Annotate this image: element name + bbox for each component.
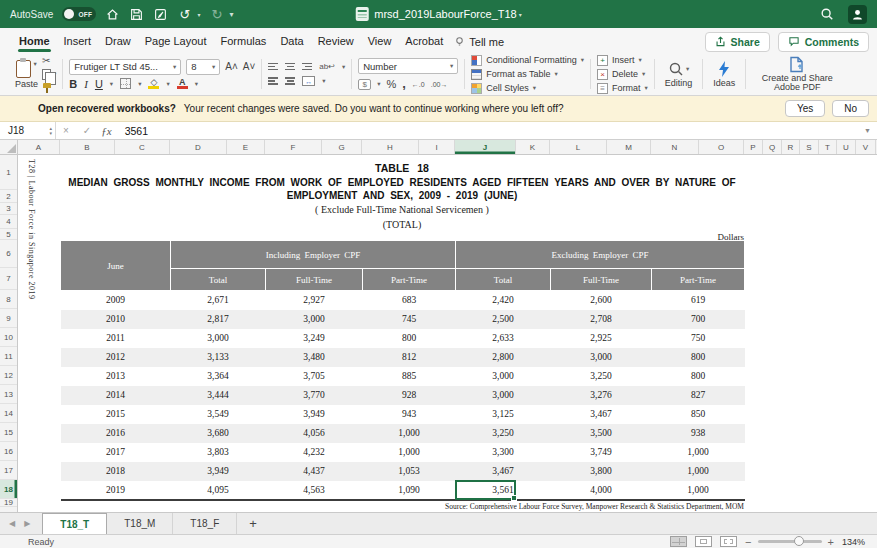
- cell-2018-col1[interactable]: 3,949: [171, 462, 266, 481]
- cell-year-2010[interactable]: 2010: [61, 310, 171, 329]
- cell-2009-col6[interactable]: 619: [652, 291, 745, 310]
- header-excluding-cpf[interactable]: Excluding Employer CPF: [456, 241, 745, 269]
- copy-button[interactable]: ▾: [42, 69, 56, 80]
- zoom-in-icon[interactable]: +: [828, 537, 834, 547]
- ribbon-tab-review[interactable]: Review: [311, 30, 361, 53]
- cell-2018-col4[interactable]: 3,467: [456, 462, 551, 481]
- ribbon-tab-acrobat[interactable]: Acrobat: [398, 30, 450, 53]
- add-sheet-button[interactable]: +: [237, 513, 269, 534]
- cell-2012-col4[interactable]: 2,800: [456, 348, 551, 367]
- cell-2015-col4[interactable]: 3,125: [456, 405, 551, 424]
- row-header-19[interactable]: 19: [0, 499, 17, 507]
- column-header-U[interactable]: U: [837, 140, 856, 154]
- merge-center-icon[interactable]: [302, 76, 315, 86]
- font-color-button[interactable]: A: [177, 78, 188, 89]
- cell-2011-col1[interactable]: 3,000: [171, 329, 266, 348]
- insert-cells-button[interactable]: +Insert▾: [597, 55, 648, 66]
- normal-view-icon[interactable]: [670, 536, 687, 547]
- cell-year-2011[interactable]: 2011: [61, 329, 171, 348]
- cell-2011-col3[interactable]: 800: [363, 329, 456, 348]
- comments-button[interactable]: Comments: [778, 32, 869, 52]
- row-header-9[interactable]: 9: [0, 309, 17, 328]
- paste-button[interactable]: ▾ Paste: [11, 60, 42, 89]
- row-header-12[interactable]: 12: [0, 366, 17, 385]
- header-including-cpf[interactable]: Including Employer CPF: [171, 241, 456, 269]
- sheet-nav-left-icon[interactable]: ◀: [9, 519, 15, 528]
- cancel-entry-icon[interactable]: ×: [56, 125, 76, 136]
- italic-button[interactable]: I: [84, 78, 88, 90]
- borders-icon[interactable]: [120, 78, 131, 89]
- cell-2010-col2[interactable]: 3,000: [266, 310, 363, 329]
- cell-2015-col1[interactable]: 3,549: [171, 405, 266, 424]
- column-header-S[interactable]: S: [800, 140, 819, 154]
- header-inc-fulltime[interactable]: Full-Time: [266, 269, 363, 291]
- header-june[interactable]: June: [61, 241, 171, 291]
- row-header-7[interactable]: 7: [0, 268, 17, 290]
- column-header-J[interactable]: J: [455, 140, 516, 154]
- row-header-17[interactable]: 17: [0, 461, 17, 480]
- cell-2016-col1[interactable]: 3,680: [171, 424, 266, 443]
- underline-caret-icon[interactable]: ▾: [110, 80, 113, 88]
- cell-2017-col6[interactable]: 1,000: [652, 443, 745, 462]
- header-exc-total[interactable]: Total: [456, 269, 551, 291]
- cell-2017-col1[interactable]: 3,803: [171, 443, 266, 462]
- cell-2015-col2[interactable]: 3,949: [266, 405, 363, 424]
- redo-icon[interactable]: ↻: [209, 7, 224, 22]
- column-header-K[interactable]: K: [516, 140, 550, 154]
- row-header-10[interactable]: 10: [0, 328, 17, 347]
- number-format-select[interactable]: Number▾: [358, 58, 458, 74]
- format-cells-button[interactable]: ≡Format▾: [597, 83, 648, 94]
- zoom-slider-thumb[interactable]: [794, 536, 804, 546]
- cut-icon[interactable]: ✂: [42, 56, 56, 66]
- cell-2014-col1[interactable]: 3,444: [171, 386, 266, 405]
- accounting-caret-icon[interactable]: ▾: [377, 80, 380, 88]
- row-header-3[interactable]: 3: [0, 203, 17, 215]
- cell-2015-col6[interactable]: 850: [652, 405, 745, 424]
- header-inc-parttime[interactable]: Part-Time: [363, 269, 456, 291]
- cell-2016-col5[interactable]: 3,500: [551, 424, 652, 443]
- cell-2017-col2[interactable]: 4,232: [266, 443, 363, 462]
- increase-font-icon[interactable]: A˄: [225, 61, 238, 72]
- row-header-15[interactable]: 15: [0, 423, 17, 442]
- cell-2018-col5[interactable]: 3,800: [551, 462, 652, 481]
- cell-2009-col5[interactable]: 2,600: [551, 291, 652, 310]
- ribbon-tab-view[interactable]: View: [361, 30, 399, 53]
- save-icon[interactable]: [129, 7, 144, 22]
- increase-decimal-icon[interactable]: ←.0: [412, 81, 425, 88]
- user-avatar[interactable]: [848, 5, 867, 24]
- column-header-N[interactable]: N: [651, 140, 699, 154]
- cell-year-2019[interactable]: 2019: [61, 481, 171, 500]
- name-box-stepper[interactable]: ▴▾: [49, 126, 52, 135]
- cell-2012-col1[interactable]: 3,133: [171, 348, 266, 367]
- column-header-D[interactable]: D: [170, 140, 227, 154]
- page-break-view-icon[interactable]: [720, 536, 737, 547]
- cell-2010-col6[interactable]: 700: [652, 310, 745, 329]
- ideas-button[interactable]: Ideas: [709, 61, 739, 88]
- section-label[interactable]: (TOTAL): [60, 219, 744, 230]
- undo-caret-icon[interactable]: ▾: [197, 11, 200, 18]
- accounting-format-icon[interactable]: $: [358, 79, 371, 90]
- merge-caret-icon[interactable]: ▾: [322, 77, 325, 85]
- row-header-14[interactable]: 14: [0, 404, 17, 423]
- row-header-16[interactable]: 16: [0, 442, 17, 461]
- column-header-F[interactable]: F: [265, 140, 322, 154]
- underline-button[interactable]: U: [95, 78, 103, 90]
- column-header-Q[interactable]: Q: [763, 140, 782, 154]
- cell-2016-col4[interactable]: 3,250: [456, 424, 551, 443]
- cell-year-2009[interactable]: 2009: [61, 291, 171, 310]
- selected-cell-outline[interactable]: [455, 480, 516, 500]
- cell-2014-col2[interactable]: 3,770: [266, 386, 363, 405]
- align-center-icon[interactable]: [285, 77, 295, 84]
- align-bottom-icon[interactable]: [302, 63, 312, 70]
- table-number-label[interactable]: TABLE 18: [60, 162, 744, 174]
- cell-2019-col2[interactable]: 4,563: [266, 481, 363, 500]
- margin-note[interactable]: T28 | Labour Force in Singapore 2019: [27, 159, 36, 299]
- row-header-2[interactable]: 2: [0, 190, 17, 203]
- column-header-E[interactable]: E: [227, 140, 265, 154]
- column-header-O[interactable]: O: [699, 140, 744, 154]
- cell-2013-col1[interactable]: 3,364: [171, 367, 266, 386]
- column-header-G[interactable]: G: [322, 140, 362, 154]
- cell-year-2017[interactable]: 2017: [61, 443, 171, 462]
- cell-2016-col2[interactable]: 4,056: [266, 424, 363, 443]
- table-title[interactable]: MEDIAN GROSS MONTHLY INCOME FROM WORK OF…: [60, 176, 744, 202]
